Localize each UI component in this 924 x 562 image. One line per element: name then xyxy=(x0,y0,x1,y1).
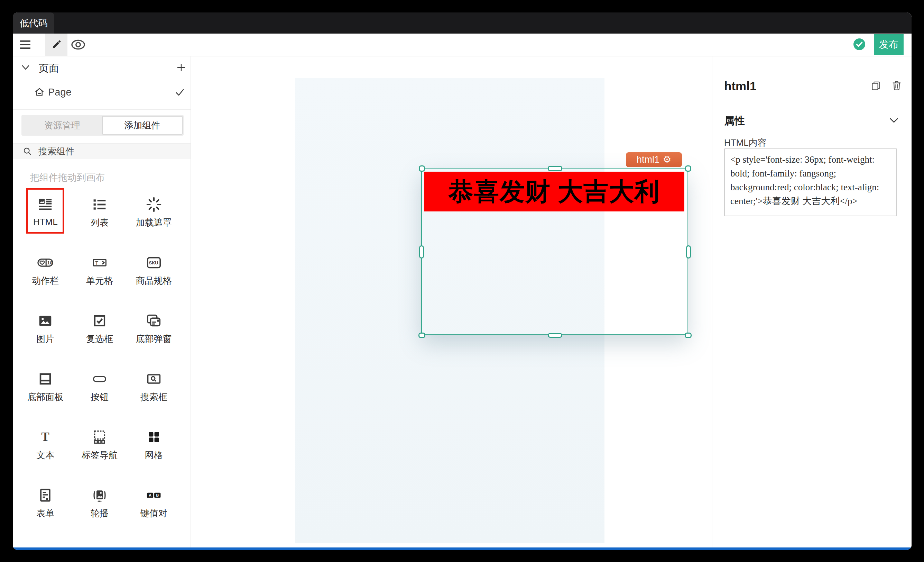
collapse-chevron-icon[interactable] xyxy=(890,117,898,123)
delete-icon[interactable] xyxy=(891,80,902,91)
component-item-loading-mask[interactable]: 加载遮罩 xyxy=(127,191,181,249)
bottom-accent-bar xyxy=(13,547,912,550)
resize-handle-middle-left[interactable] xyxy=(419,245,424,258)
action-bar-icon: 10 xyxy=(37,253,54,272)
text-icon: T xyxy=(38,428,53,446)
svg-text:10: 10 xyxy=(47,260,52,265)
component-item-tab-nav[interactable]: 标签导航 xyxy=(73,424,127,482)
bottom-popup-icon xyxy=(146,311,162,330)
resize-handle-top-right[interactable] xyxy=(685,165,691,172)
page-item-label: Page xyxy=(48,87,72,98)
cell-icon: T xyxy=(92,253,108,272)
gear-icon[interactable]: ⚙ xyxy=(663,155,671,164)
component-item-key-value[interactable]: AB 键值对 xyxy=(127,482,181,540)
resize-handle-bottom-left[interactable] xyxy=(418,332,425,338)
component-item-html[interactable]: HTML xyxy=(18,191,73,249)
component-item-bottom-popup[interactable]: 底部弹窗 xyxy=(127,307,181,365)
svg-text:T: T xyxy=(95,260,98,266)
tab-add-component[interactable]: 添加组件 xyxy=(102,116,183,135)
svg-text:A: A xyxy=(149,493,152,497)
browser-tab[interactable]: 低代码 xyxy=(13,12,54,33)
html-icon xyxy=(38,195,53,214)
component-item-label: 键值对 xyxy=(140,507,167,520)
html-banner[interactable]: 恭喜发财 大吉大利 xyxy=(424,172,684,212)
resize-handle-top-middle[interactable] xyxy=(548,166,562,171)
svg-text:T: T xyxy=(42,430,50,444)
component-item-cell[interactable]: T 单元格 xyxy=(73,249,127,307)
component-item-label: 加载遮罩 xyxy=(136,216,172,229)
component-item-list[interactable]: 列表 xyxy=(73,191,127,249)
component-item-label: 图片 xyxy=(36,333,54,345)
resize-handle-middle-right[interactable] xyxy=(686,245,691,258)
component-item-label: 商品规格 xyxy=(136,275,172,287)
inspector-panel: html1 属性 HTML内容 <p style='font-size: 36p… xyxy=(712,56,912,547)
tab-title: 低代码 xyxy=(20,17,48,29)
check-icon xyxy=(175,88,184,97)
component-item-bottom-panel[interactable]: 底部面板 xyxy=(18,365,73,424)
home-icon xyxy=(34,87,45,97)
component-item-label: 搜索框 xyxy=(140,391,167,403)
component-item-form[interactable]: 表单 xyxy=(18,482,73,540)
grid-icon xyxy=(147,428,161,446)
component-item-button[interactable]: 按钮 xyxy=(73,365,127,424)
component-item-carousel[interactable]: 轮播 xyxy=(73,482,127,540)
inspector-title: html1 xyxy=(724,79,756,93)
search-icon xyxy=(22,146,32,156)
page-canvas[interactable]: html1 ⚙ 恭喜发财 大吉大利 xyxy=(295,78,604,543)
resize-handle-bottom-middle[interactable] xyxy=(548,333,562,338)
resize-handle-bottom-right[interactable] xyxy=(685,332,692,338)
component-item-label: 按钮 xyxy=(91,391,109,403)
component-item-text[interactable]: T 文本 xyxy=(18,424,73,482)
preview-button[interactable] xyxy=(69,33,87,56)
component-item-label: 单元格 xyxy=(86,275,113,287)
sidebar-item-page[interactable]: Page xyxy=(13,86,190,99)
component-item-label: 底部面板 xyxy=(27,391,63,403)
sidebar-tabs: 资源管理 添加组件 xyxy=(21,115,184,136)
saved-check-icon[interactable] xyxy=(853,38,866,51)
edit-mode-button[interactable] xyxy=(45,33,68,56)
component-item-checkbox[interactable]: 复选框 xyxy=(73,307,127,365)
component-item-label: 底部弹窗 xyxy=(136,333,172,345)
bottom-panel-icon xyxy=(38,370,52,388)
svg-text:SKU: SKU xyxy=(149,261,158,265)
component-item-image[interactable]: 图片 xyxy=(18,307,73,365)
component-item-label: 标签导航 xyxy=(82,449,118,461)
toolbar: 发布 xyxy=(13,33,912,56)
loading-mask-icon xyxy=(146,195,162,214)
component-item-label: 文本 xyxy=(36,449,54,461)
component-tag-label: html1 xyxy=(637,154,660,165)
component-item-sku[interactable]: SKU 商品规格 xyxy=(127,249,181,307)
button-icon xyxy=(91,370,108,388)
add-page-icon[interactable] xyxy=(177,63,186,72)
checkbox-icon xyxy=(92,311,107,330)
publish-button[interactable]: 发布 xyxy=(874,34,904,55)
component-item-label: 复选框 xyxy=(86,333,113,345)
pages-section-header[interactable]: 页面 xyxy=(13,61,190,75)
resize-handle-top-left[interactable] xyxy=(419,165,425,172)
drag-hint-text: 把组件拖动到画布 xyxy=(30,171,105,184)
component-item-label: 表单 xyxy=(36,507,54,520)
canvas-area[interactable]: html1 ⚙ 恭喜发财 大吉大利 xyxy=(191,56,712,547)
title-bar: 低代码 xyxy=(13,12,912,33)
component-item-action-bar[interactable]: 10 动作栏 xyxy=(18,249,73,307)
duplicate-icon[interactable] xyxy=(871,81,881,91)
menu-button[interactable] xyxy=(18,33,33,56)
component-grid: HTML 列表 加载遮罩 10 动作栏 T 单元格 SKU 商品规格 图片 复选… xyxy=(18,191,181,540)
component-item-search-box[interactable]: 搜索框 xyxy=(127,365,181,424)
selected-html-component[interactable]: 恭喜发财 大吉大利 xyxy=(421,168,687,335)
app-window: 低代码 xyxy=(13,12,912,550)
component-item-grid[interactable]: 网格 xyxy=(127,424,181,482)
component-item-label: HTML xyxy=(33,216,58,227)
tab-resource-management[interactable]: 资源管理 xyxy=(22,116,102,135)
chevron-down-icon xyxy=(21,63,30,72)
html-content-input[interactable]: <p style='font-size: 36px; font-weight: … xyxy=(724,149,897,216)
sidebar-divider xyxy=(13,109,190,110)
tab-nav-icon xyxy=(92,428,108,446)
menu-icon xyxy=(19,39,32,50)
properties-section-title: 属性 xyxy=(724,114,745,128)
search-input[interactable] xyxy=(38,146,163,157)
sku-icon: SKU xyxy=(146,253,162,272)
image-icon xyxy=(38,311,53,330)
selected-component-tag[interactable]: html1 ⚙ xyxy=(626,152,682,167)
svg-text:B: B xyxy=(156,493,159,497)
